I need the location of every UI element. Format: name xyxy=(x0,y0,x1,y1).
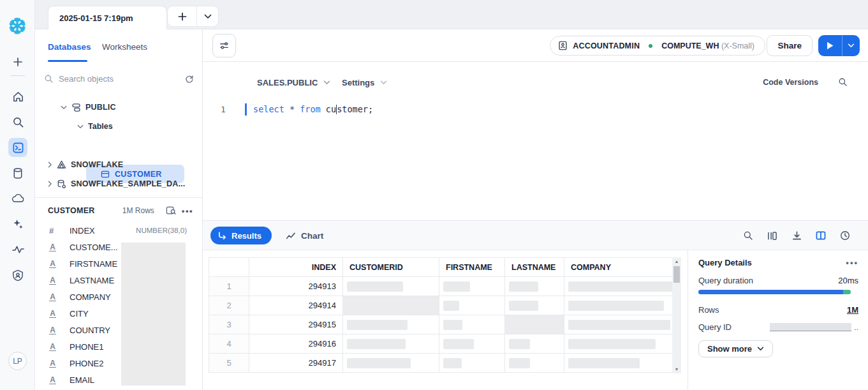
cell-index[interactable]: 294916 xyxy=(249,334,343,354)
worksheet-config-button[interactable] xyxy=(212,34,236,57)
tab-chart[interactable]: Chart xyxy=(286,227,323,244)
governance-shield-icon[interactable] xyxy=(8,266,27,285)
tree-item-snowflake-db[interactable]: SNOWFLAKE xyxy=(48,158,123,171)
cloud-nav-icon[interactable] xyxy=(8,189,27,208)
chevron-down-icon[interactable] xyxy=(77,124,84,129)
cell-redacted[interactable] xyxy=(439,334,505,354)
column-list-item[interactable]: #INDEXNUMBER(38,0) xyxy=(49,224,189,237)
column-header-customerid[interactable]: CUSTOMERID xyxy=(343,258,439,277)
cell-redacted[interactable] xyxy=(564,296,673,315)
activity-icon[interactable] xyxy=(8,240,27,259)
sql-editor[interactable]: 1 select * from customer; xyxy=(203,94,868,220)
code-versions-link[interactable]: Code Versions xyxy=(763,78,818,87)
cell-redacted[interactable] xyxy=(564,354,673,373)
column-list-item[interactable]: ACUSTOME... xyxy=(49,241,189,253)
database-schema-selector[interactable]: SALES.PUBLIC xyxy=(257,78,330,87)
editor-search-icon[interactable] xyxy=(838,77,848,87)
cell-index[interactable]: 294915 xyxy=(249,315,343,334)
results-search-icon[interactable] xyxy=(742,230,754,241)
cell-redacted[interactable] xyxy=(564,277,673,296)
cell-redacted[interactable] xyxy=(505,315,564,334)
search-objects-input[interactable]: Search objects xyxy=(44,70,194,87)
chevron-down-icon[interactable] xyxy=(61,105,67,110)
download-icon[interactable] xyxy=(791,230,802,241)
column-list-item[interactable]: AEMAIL xyxy=(49,373,189,386)
cell-redacted[interactable] xyxy=(505,334,564,354)
row-number-header[interactable] xyxy=(209,258,249,277)
data-nav-icon[interactable] xyxy=(8,163,27,183)
cell-redacted[interactable] xyxy=(343,315,439,334)
column-list-item[interactable]: ACITY xyxy=(49,307,189,320)
share-button[interactable]: Share xyxy=(767,35,813,56)
user-avatar[interactable]: LP xyxy=(8,352,27,370)
cell-index[interactable]: 294913 xyxy=(249,277,343,296)
column-list-item[interactable]: AFIRSTNAME xyxy=(49,257,189,270)
scroll-up-arrow[interactable]: ▲ xyxy=(672,257,681,266)
cell-redacted[interactable] xyxy=(439,354,505,373)
cell-redacted[interactable] xyxy=(439,277,505,296)
column-list-item[interactable]: APHONE2 xyxy=(49,357,189,370)
sql-code-line[interactable]: select * from customer; xyxy=(253,104,373,116)
cell-redacted[interactable] xyxy=(343,277,439,296)
worksheets-nav-icon[interactable] xyxy=(8,138,27,157)
cell-index[interactable]: 294914 xyxy=(249,296,343,315)
run-button[interactable] xyxy=(818,35,842,56)
column-header-index[interactable]: INDEX xyxy=(249,258,343,277)
chevron-right-icon[interactable] xyxy=(48,181,52,187)
snowflake-logo-icon[interactable]: ❆ xyxy=(5,14,29,38)
tab-list-dropdown-button[interactable] xyxy=(196,6,218,26)
refresh-icon[interactable] xyxy=(184,74,194,84)
tab-databases[interactable]: Databases xyxy=(48,42,91,52)
tab-worksheets[interactable]: Worksheets xyxy=(102,42,147,52)
ai-sparkles-icon[interactable] xyxy=(8,214,27,234)
create-plus-icon[interactable] xyxy=(8,52,27,71)
query-id-redacted-value[interactable] xyxy=(770,323,851,331)
cell-redacted[interactable] xyxy=(505,277,564,296)
new-worksheet-tab-button[interactable] xyxy=(168,6,196,26)
row-number-cell[interactable]: 3 xyxy=(209,315,249,334)
tab-results[interactable]: Results xyxy=(210,227,272,244)
tree-item-sample-db[interactable]: SNOWFLAKE_SAMPLE_DA... xyxy=(48,177,185,190)
show-more-button[interactable]: Show more xyxy=(698,340,773,357)
column-list-item[interactable]: ALASTNAME xyxy=(49,274,189,287)
query-history-clock-icon[interactable] xyxy=(839,230,851,241)
tree-item-public-schema[interactable]: PUBLIC xyxy=(61,101,116,114)
cell-redacted[interactable] xyxy=(564,315,673,334)
column-header-lastname[interactable]: LASTNAME xyxy=(505,258,564,277)
run-options-button[interactable] xyxy=(842,35,860,56)
cell-index[interactable]: 294917 xyxy=(249,354,343,373)
cell-redacted[interactable] xyxy=(564,334,673,354)
column-header-firstname[interactable]: FIRSTNAME xyxy=(439,258,505,277)
column-header-company[interactable]: COMPANY xyxy=(564,258,673,277)
split-pane-icon[interactable] xyxy=(815,230,827,241)
row-number-cell[interactable]: 5 xyxy=(209,354,249,373)
preview-data-icon[interactable] xyxy=(166,206,176,215)
cell-redacted[interactable] xyxy=(343,334,439,354)
more-options-icon[interactable]: ••• xyxy=(182,206,193,216)
rows-value-link[interactable]: 1M xyxy=(847,305,858,315)
query-details-more-icon[interactable]: ••• xyxy=(846,258,858,267)
column-list-item[interactable]: ACOMPANY xyxy=(49,290,189,303)
cell-redacted[interactable] xyxy=(505,296,564,315)
row-number-cell[interactable]: 2 xyxy=(209,296,249,315)
scroll-down-arrow[interactable]: ▼ xyxy=(672,365,681,373)
session-context-selector[interactable]: ACCOUNTADMIN COMPUTE_WH (X-Small) xyxy=(550,36,765,56)
chevron-right-icon[interactable] xyxy=(48,161,52,168)
search-nav-icon[interactable] xyxy=(8,112,27,131)
vertical-scrollbar[interactable]: ▲ ▼ xyxy=(672,257,681,373)
row-number-cell[interactable]: 4 xyxy=(209,334,249,354)
tree-item-tables[interactable]: Tables xyxy=(77,120,113,133)
cell-redacted[interactable] xyxy=(343,354,439,373)
column-list-item[interactable]: APHONE1 xyxy=(49,340,189,353)
vertical-scroll-thumb[interactable] xyxy=(673,266,680,283)
cell-redacted[interactable] xyxy=(439,296,505,315)
row-number-cell[interactable]: 1 xyxy=(209,277,249,296)
worksheet-tab[interactable]: 2025-01-15 7:19pm xyxy=(48,6,167,29)
cell-redacted[interactable] xyxy=(343,296,439,315)
home-icon[interactable] xyxy=(8,87,27,106)
columns-view-icon[interactable] xyxy=(767,230,778,241)
cell-redacted[interactable] xyxy=(505,354,564,373)
settings-dropdown[interactable]: Settings xyxy=(342,78,387,87)
cell-redacted[interactable] xyxy=(439,315,505,334)
column-list-item[interactable]: ACOUNTRY xyxy=(49,324,189,336)
